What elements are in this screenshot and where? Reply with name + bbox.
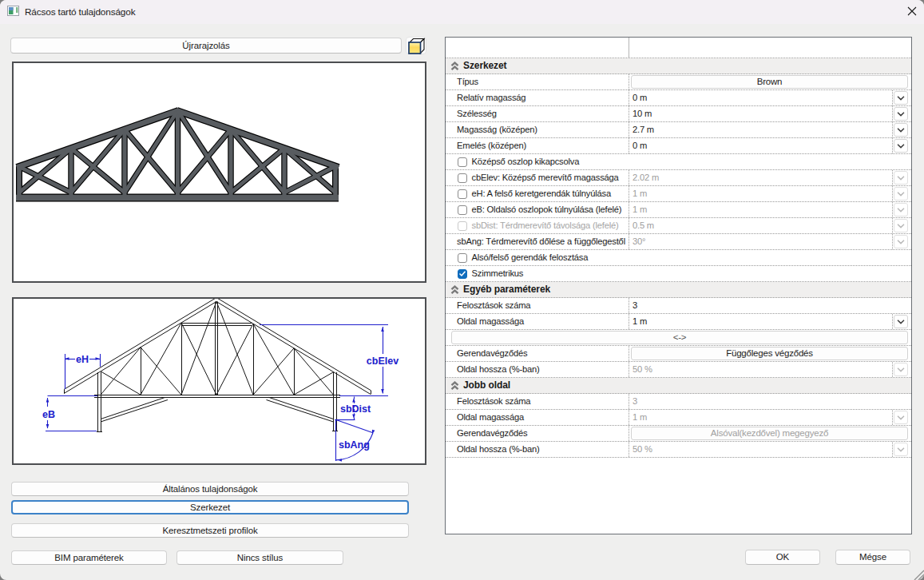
svg-text:eB: eB (42, 409, 55, 420)
svg-text:sbAng: sbAng (339, 439, 370, 451)
svg-text:eH: eH (76, 354, 89, 365)
svg-text:sbDist: sbDist (340, 403, 371, 415)
svg-text:cbElev: cbElev (367, 356, 399, 367)
